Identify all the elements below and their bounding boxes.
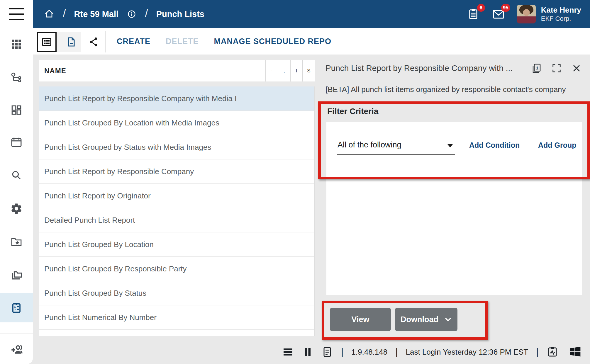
clipboard-pulse-icon[interactable] [547,346,558,358]
table-row[interactable]: Punch List Grouped By Location with Medi… [39,111,314,135]
avatar [517,5,536,23]
menu-bars-icon[interactable] [282,346,294,358]
report-list: Punch List Report by Responsible Company… [39,86,315,336]
add-condition-link[interactable]: Add Condition [469,141,520,149]
windows-logo-icon[interactable] [569,340,582,364]
download-button[interactable]: Download [395,308,457,331]
table-row[interactable]: Punch List Report by Originator [39,184,314,208]
tasks-count-badge: 6 [477,4,485,12]
dashboard-icon [10,104,23,116]
header-actions: 6 95 Kate Henry EKF Corp. [467,0,581,28]
folders-icon [10,269,23,281]
table-row[interactable]: Punch List Grouped By Responsible Party [39,257,314,281]
panel-description: [BETA] All punch list items organized by… [325,85,589,94]
breadcrumb-page: Punch Lists [156,9,204,19]
status-separator: | [395,346,398,357]
panel-header-icons: 1 [531,63,582,74]
table-row[interactable]: Punch List Grouped By Status [39,281,314,305]
share-button[interactable] [85,32,103,52]
match-mode-select[interactable]: All of the following [338,140,443,149]
table-row[interactable]: Punch List Report by Responsible Company… [39,86,314,111]
column-header-truncated[interactable]: , [278,60,290,81]
table-row[interactable]: Detailed Punch List Report [39,208,314,232]
svg-text:2: 2 [14,308,16,311]
calendar-icon [10,136,23,149]
app-window: / Rte 59 Mall / Punch Lists [0,0,590,364]
sidebar-item-favorites[interactable] [0,228,33,255]
status-separator: | [536,346,538,357]
open-in-new-page-icon[interactable]: 1 [531,63,542,74]
column-header-truncated[interactable]: l [290,60,302,81]
breadcrumb-project[interactable]: Rte 59 Mall [74,9,119,19]
sidebar-item-settings[interactable] [0,195,33,222]
apps-grid-icon [10,38,23,50]
filter-criteria-heading: Filter Criteria [327,107,378,116]
sidebar-item-dashboard[interactable] [0,97,33,124]
table-row[interactable]: Punch List Grouped By Location [39,232,314,257]
download-button-label: Download [401,315,438,324]
search-icon [10,169,23,182]
document-list-icon[interactable] [321,346,333,358]
view-button[interactable]: View [330,308,391,331]
hamburger-menu-icon[interactable] [9,8,24,20]
column-header-truncated[interactable]: S [302,60,315,81]
chevron-down-icon [444,317,452,322]
panel-boundary-divider [315,28,315,55]
user-company: EKF Corp. [541,15,581,23]
document-view-toggle[interactable] [61,32,81,52]
mail-count-badge: 95 [501,4,510,12]
table-row[interactable]: Punch List Report by Responsible Company [39,159,314,184]
sidebar-item-add-user[interactable] [0,336,33,363]
sidebar-item-punch-lists[interactable]: 1 2 [0,293,33,322]
breadcrumb: / Rte 59 Mall / Punch Lists [44,0,204,28]
table-view-toggle[interactable] [37,32,57,52]
dropdown-underline [337,154,455,155]
toolbar: CREATE DELETE MANAGE SCHEDULED REPORTS [33,28,590,55]
name-column-header[interactable]: NAME [44,60,66,81]
mail-button[interactable]: 95 [492,8,505,21]
status-bar: | 1.9.48.148 | Last Login Yesterday 12:3… [0,340,590,364]
table-row[interactable]: Punch List Numerical By Number [39,305,314,330]
version-number: 1.9.48.148 [351,348,387,357]
status-separator: | [341,346,343,357]
user-menu[interactable]: Kate Henry EKF Corp. [517,5,581,23]
add-user-icon [10,343,23,356]
toolbar-divider [105,31,106,52]
table-header: NAME · , l S [39,60,315,81]
truncated-column-headers: · , l S [265,60,315,81]
breadcrumb-separator: / [145,7,148,20]
info-icon[interactable] [127,9,137,19]
add-group-link[interactable]: Add Group [538,141,577,149]
filter-builder-area: All of the following Add Condition Add G… [326,122,582,295]
create-button[interactable]: CREATE [117,37,150,46]
left-sidebar: 1 2 [0,0,33,364]
sidebar-divider [0,334,33,334]
column-header-truncated[interactable]: · [265,60,278,81]
panel-title: Punch List Report by Responsible Company… [325,61,528,76]
sidebar-item-search[interactable] [0,162,33,189]
breadcrumb-separator: / [63,7,66,20]
last-login-text: Last Login Yesterday 12:36 PM EST [406,348,528,357]
table-row[interactable]: Punch List Grouped by Status with Media … [39,135,314,159]
table-row[interactable]: Punch List Report by Responsible Company [39,330,314,336]
delete-button: DELETE [166,37,199,46]
sidebar-item-processes[interactable] [0,64,33,91]
tasks-button[interactable]: 6 [467,8,480,21]
user-name: Kate Henry [541,6,581,15]
manage-scheduled-reports-button[interactable]: MANAGE SCHEDULED REPORTS [214,37,331,46]
home-icon[interactable] [44,9,55,19]
sidebar-item-projects[interactable] [0,261,33,288]
workflow-tree-icon [10,72,23,84]
sidebar-item-apps[interactable] [0,31,33,58]
top-header: / Rte 59 Mall / Punch Lists [0,0,590,28]
expand-icon[interactable] [551,63,562,74]
toolbar-actions: CREATE DELETE MANAGE SCHEDULED REPORTS [117,28,331,55]
gear-icon [10,203,23,215]
folder-star-icon [10,236,23,248]
punch-list-clipboard-icon: 1 2 [10,301,23,314]
close-icon[interactable] [571,63,582,74]
pause-columns-icon[interactable] [302,346,313,358]
view-toggle-group [37,32,81,52]
sidebar-item-calendar[interactable] [0,129,33,156]
dropdown-caret-icon[interactable] [447,144,453,147]
